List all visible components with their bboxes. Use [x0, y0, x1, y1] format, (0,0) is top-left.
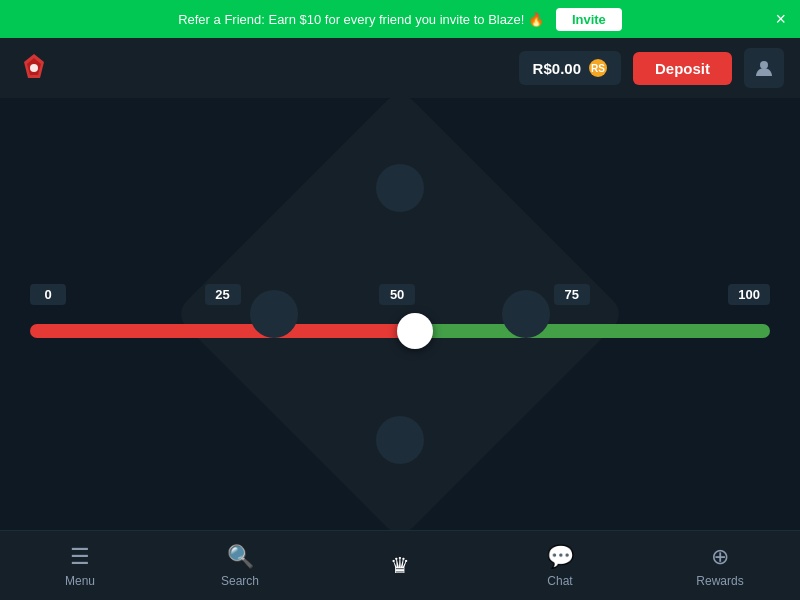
nav-icon-1: 🔍: [227, 544, 254, 570]
slider-area: 0 25 50 75 100: [30, 284, 770, 345]
tick-50: 50: [379, 284, 415, 305]
nav-item-search[interactable]: 🔍Search: [160, 544, 320, 588]
invite-button[interactable]: Invite: [556, 8, 622, 31]
diamond-dot-bottom: [376, 416, 424, 464]
main-area: 0 25 50 75 100: [0, 98, 800, 530]
svg-point-2: [30, 64, 38, 72]
diamond-dot-right: [502, 290, 550, 338]
nav-label-0: Menu: [65, 574, 95, 588]
nav-label-3: Chat: [547, 574, 572, 588]
bottom-nav: ☰Menu🔍Search♛💬Chat⊕Rewards: [0, 530, 800, 600]
nav-item-crown[interactable]: ♛: [320, 553, 480, 579]
header: R$0.00 RS Deposit: [0, 38, 800, 98]
slider-thumb[interactable]: [397, 313, 433, 349]
tick-100: 100: [728, 284, 770, 305]
tick-75: 75: [554, 284, 590, 305]
diamond-dot-left: [250, 290, 298, 338]
nav-item-menu[interactable]: ☰Menu: [0, 544, 160, 588]
balance-amount: R$0.00: [533, 60, 581, 77]
diamond-dot-top: [376, 164, 424, 212]
nav-icon-4: ⊕: [711, 544, 729, 570]
slider-track-container[interactable]: [30, 317, 770, 345]
nav-label-1: Search: [221, 574, 259, 588]
track-green: [415, 324, 770, 338]
tick-labels: 0 25 50 75 100: [30, 284, 770, 305]
nav-label-4: Rewards: [696, 574, 743, 588]
promo-banner: Refer a Friend: Earn $10 for every frien…: [0, 0, 800, 38]
deposit-button[interactable]: Deposit: [633, 52, 732, 85]
nav-icon-2: ♛: [390, 553, 410, 579]
nav-icon-0: ☰: [70, 544, 90, 570]
tick-25: 25: [205, 284, 241, 305]
track-red: [30, 324, 415, 338]
banner-close-button[interactable]: ×: [775, 9, 786, 30]
logo: [16, 50, 52, 86]
banner-text: Refer a Friend: Earn $10 for every frien…: [178, 12, 544, 27]
nav-icon-3: 💬: [547, 544, 574, 570]
nav-item-chat[interactable]: 💬Chat: [480, 544, 640, 588]
balance-button[interactable]: R$0.00 RS: [519, 51, 621, 85]
account-button[interactable]: [744, 48, 784, 88]
balance-badge: RS: [589, 59, 607, 77]
slider-track: [30, 324, 770, 338]
nav-item-rewards[interactable]: ⊕Rewards: [640, 544, 800, 588]
svg-point-3: [760, 61, 768, 69]
tick-0: 0: [30, 284, 66, 305]
